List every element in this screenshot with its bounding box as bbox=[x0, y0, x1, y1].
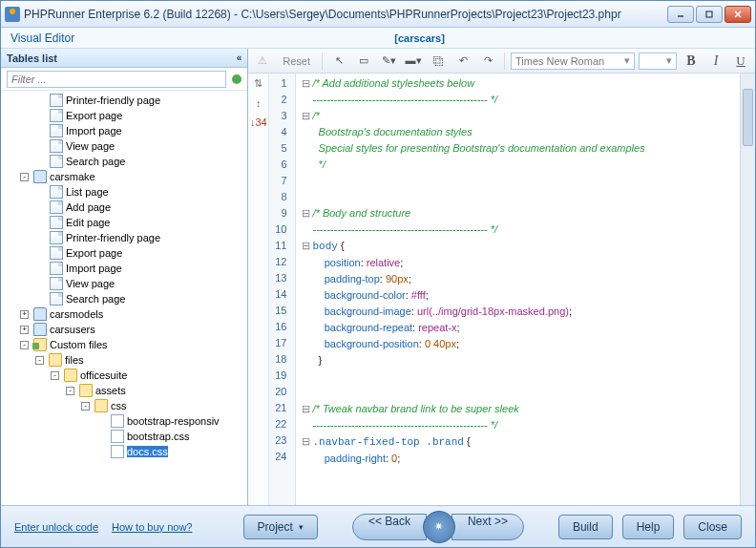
insert-icon[interactable]: ▭ bbox=[353, 52, 374, 71]
build-button[interactable]: Build bbox=[558, 515, 613, 539]
visual-editor-link[interactable]: Visual Editor bbox=[1, 32, 84, 45]
nav-center-icon[interactable]: ✷ bbox=[423, 511, 455, 543]
unlock-link[interactable]: Enter unlock code bbox=[14, 521, 98, 533]
tree-label: Search page bbox=[66, 156, 125, 167]
tree-label: Export page bbox=[66, 110, 122, 121]
tree-toggle[interactable]: - bbox=[20, 341, 29, 349]
tree-label: Add page bbox=[66, 201, 111, 213]
vertical-scrollbar[interactable] bbox=[740, 74, 755, 505]
page-icon bbox=[50, 231, 63, 244]
tree-label: carsusers bbox=[50, 324, 95, 335]
tree-item[interactable]: -files bbox=[1, 352, 247, 368]
layer-icon[interactable]: ▬▾ bbox=[403, 52, 424, 71]
code-content[interactable]: ⊟/* Add additional stylesheets below----… bbox=[296, 74, 741, 505]
tree-toggle[interactable]: - bbox=[51, 371, 59, 380]
maximize-button[interactable] bbox=[696, 6, 723, 23]
folder-icon bbox=[49, 353, 62, 367]
editor-toolbar: ⚠ Reset ↖ ▭ ✎▾ ▬▾ ⿻ ↶ ↷ Times New Roman … bbox=[248, 49, 755, 74]
tree-item[interactable]: List page bbox=[1, 184, 247, 200]
page-icon bbox=[50, 185, 63, 199]
tree-item[interactable]: Edit page bbox=[1, 215, 247, 230]
page-icon bbox=[50, 292, 63, 306]
tree-toggle[interactable]: - bbox=[35, 356, 44, 365]
help-button[interactable]: Help bbox=[622, 515, 675, 539]
close-button[interactable] bbox=[724, 6, 751, 23]
tree-item[interactable]: +carsmodels bbox=[1, 306, 247, 322]
tree-item[interactable]: View page bbox=[1, 276, 247, 291]
tree-item[interactable]: bootstrap.css bbox=[1, 429, 247, 444]
underline-button[interactable]: U bbox=[730, 52, 751, 71]
next-button[interactable]: Next >> bbox=[452, 514, 524, 540]
tree-item[interactable]: Search page bbox=[1, 291, 247, 306]
undo-icon[interactable]: ↶ bbox=[452, 52, 473, 71]
font-select[interactable]: Times New Roman bbox=[511, 53, 635, 70]
tree-item[interactable]: Printer-friendly page bbox=[1, 93, 247, 108]
page-icon bbox=[50, 124, 63, 137]
tree-label: Import page bbox=[66, 125, 122, 137]
sort-icon[interactable]: ⇅ bbox=[254, 77, 262, 90]
tree-label: bootstrap-responsiv bbox=[127, 415, 220, 427]
filter-input[interactable] bbox=[7, 71, 226, 88]
tree-item[interactable]: bootstrap-responsiv bbox=[1, 413, 247, 429]
collapse-icon[interactable]: « bbox=[237, 53, 242, 63]
page-icon bbox=[50, 200, 63, 214]
tree-item[interactable]: -officesuite bbox=[1, 368, 247, 383]
close-footer-button[interactable]: Close bbox=[683, 515, 742, 539]
group-icon[interactable]: ⿻ bbox=[428, 52, 449, 71]
tree-label: View page bbox=[66, 140, 115, 152]
minimize-button[interactable] bbox=[667, 6, 694, 23]
svg-rect-1 bbox=[706, 11, 712, 17]
tree-label: Edit page bbox=[66, 217, 110, 228]
gutter-arrows[interactable]: ↕ bbox=[256, 97, 262, 109]
tree-toggle[interactable]: - bbox=[20, 173, 29, 181]
back-button[interactable]: << Back bbox=[352, 514, 427, 540]
warning-icon[interactable]: ⚠ bbox=[252, 52, 273, 71]
page-icon bbox=[50, 216, 63, 229]
tree-item[interactable]: -assets bbox=[1, 383, 247, 398]
tree-label: Export page bbox=[66, 247, 122, 259]
redo-icon[interactable]: ↷ bbox=[477, 52, 498, 71]
tree-item[interactable]: Import page bbox=[1, 261, 247, 276]
tree-toggle[interactable]: - bbox=[81, 402, 90, 411]
tree-item[interactable]: +carsusers bbox=[1, 322, 247, 337]
tree-item[interactable]: -carsmake bbox=[1, 169, 247, 184]
tree-item[interactable]: Export page bbox=[1, 108, 247, 123]
page-icon bbox=[50, 246, 63, 260]
goto-line[interactable]: ↓34 bbox=[250, 116, 267, 128]
tree-item[interactable]: Import page bbox=[1, 123, 247, 138]
page-icon bbox=[50, 155, 63, 168]
tree-label: docs.css bbox=[127, 446, 168, 457]
tree-item[interactable]: -Custom files bbox=[1, 337, 247, 352]
sidebar-title: Tables list bbox=[7, 53, 57, 64]
tree-label: assets bbox=[95, 385, 126, 396]
project-button[interactable]: Project bbox=[243, 515, 318, 539]
tree-label: css bbox=[111, 400, 127, 411]
tree-item[interactable]: Export page bbox=[1, 245, 247, 261]
tree-item[interactable]: View page bbox=[1, 138, 247, 154]
tree-toggle[interactable]: + bbox=[20, 326, 29, 334]
folder-icon bbox=[64, 369, 77, 382]
tree-item[interactable]: docs.css bbox=[1, 444, 247, 459]
tree-item[interactable]: Add page bbox=[1, 200, 247, 215]
bold-button[interactable]: B bbox=[681, 52, 702, 71]
reset-button[interactable]: Reset bbox=[277, 55, 316, 67]
italic-button[interactable]: I bbox=[705, 52, 726, 71]
tree-item[interactable]: Printer-friendly page bbox=[1, 230, 247, 245]
code-editor[interactable]: 123456789101112131415161718192021222324 … bbox=[269, 74, 740, 505]
tree-toggle[interactable]: - bbox=[66, 387, 74, 395]
db-icon bbox=[33, 307, 47, 321]
tree-view[interactable]: Printer-friendly pageExport pageImport p… bbox=[1, 91, 247, 505]
fontsize-select[interactable] bbox=[639, 53, 677, 70]
tree-item[interactable]: Search page bbox=[1, 154, 247, 169]
tree-toggle[interactable]: + bbox=[20, 310, 29, 319]
page-icon bbox=[50, 277, 63, 290]
top-row: Visual Editor [carscars] bbox=[1, 28, 755, 49]
cursor-icon[interactable]: ↖ bbox=[328, 52, 349, 71]
tree-item[interactable]: -css bbox=[1, 398, 247, 413]
edit-icon[interactable]: ✎▾ bbox=[378, 52, 399, 71]
page-icon bbox=[50, 262, 63, 275]
folder-icon bbox=[94, 399, 108, 412]
tree-label: carsmodels bbox=[50, 308, 103, 320]
buy-link[interactable]: How to buy now? bbox=[112, 521, 192, 533]
editor-pane: ⚠ Reset ↖ ▭ ✎▾ ▬▾ ⿻ ↶ ↷ Times New Roman … bbox=[248, 49, 755, 505]
